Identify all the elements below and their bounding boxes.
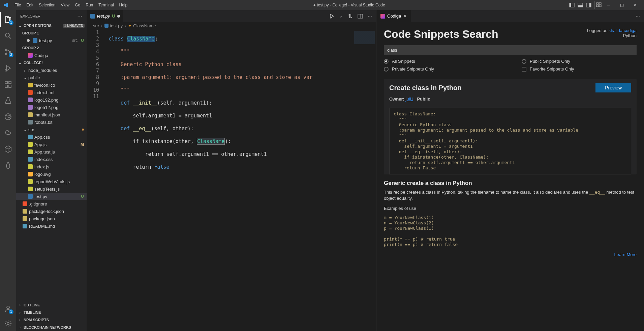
file-item[interactable]: test.pyU [16,193,87,200]
codiga-body: Code Snippets Search Logged as khalidatc… [376,22,644,331]
file-label: test.py [34,194,80,199]
breadcrumb[interactable]: src › test.py › ✦ClassName [87,22,376,29]
file-item[interactable]: App.css [16,133,87,141]
filter-fav[interactable]: Favorite Snippets Only [522,66,574,72]
activity-extensions[interactable] [0,77,16,92]
layout-right-icon[interactable] [585,1,592,9]
activity-testing[interactable] [0,93,16,108]
menu-file[interactable]: File [12,0,24,10]
activity-explorer[interactable]: 1 [0,12,16,27]
panel-more-icon[interactable]: ⋯ [632,10,644,22]
minimize-button[interactable]: ─ [602,0,615,10]
open-editor-codiga[interactable]: Codiga [16,52,87,59]
group-2[interactable]: GROUP 2 [16,44,87,52]
folder-node-modules[interactable]: ›node_modules [16,66,87,74]
open-editors-section[interactable]: ⌄ OPEN EDITORS 1 UNSAVED [16,22,87,29]
filter-private[interactable]: Private Snippets Only [384,66,434,72]
file-icon [28,194,33,199]
file-item[interactable]: index.css [16,156,87,163]
menu-run[interactable]: Run [83,0,96,10]
activity-debug[interactable] [0,61,16,76]
file-item[interactable]: App.test.js [16,148,87,156]
compare-icon[interactable] [347,13,353,19]
file-icon [28,105,33,110]
file-item[interactable]: robots.txt [16,118,87,126]
menu-view[interactable]: View [58,0,72,10]
file-item[interactable]: .gitignore [16,200,87,208]
snippet-title: Create class in Python [389,84,462,92]
explorer-more-icon[interactable]: ⋯ [77,13,83,19]
open-editors-label: OPEN EDITORS [24,24,62,28]
activity-mongo[interactable] [0,158,16,173]
breadcrumb-symbol[interactable]: ✦ClassName [128,23,156,28]
file-item[interactable]: index.html [16,89,87,96]
layout-left-icon[interactable] [568,1,576,9]
panel-outline[interactable]: ›OUTLINE [16,301,87,309]
activity-edge[interactable] [0,109,16,124]
group-1[interactable]: GROUP 1 [16,29,87,37]
panel-timeline[interactable]: ›TIMELINE [16,309,87,316]
open-editor-file[interactable]: test.py src U [16,37,87,44]
menu-terminal[interactable]: Terminal [96,0,116,10]
run-button[interactable] [329,13,334,19]
file-item[interactable]: index.js [16,163,87,170]
breadcrumb-src[interactable]: src [93,23,99,28]
code-content[interactable]: class ClassName: """ Generic Python clas… [105,29,352,331]
close-button[interactable]: ✕ [628,0,642,10]
filter-all[interactable]: All Snippets [384,59,434,64]
split-editor-icon[interactable] [358,13,363,19]
codiga-user-link[interactable]: khalidatcodiga [609,28,637,33]
preview-button[interactable]: Preview [595,83,631,92]
file-item[interactable]: README.md [16,222,87,230]
file-item[interactable]: logo.svg [16,170,87,178]
explorer-title: EXPLORER [20,14,40,18]
activity-share[interactable] [0,126,16,140]
tab-codiga[interactable]: Codiga ✕ [376,10,411,22]
menu-selection[interactable]: Selection [36,0,58,10]
tab-close-icon[interactable]: ✕ [403,13,407,19]
codiga-icon [28,53,33,58]
file-item[interactable]: logo512.png [16,104,87,111]
layout-bottom-icon[interactable] [577,1,584,9]
codiga-search-input[interactable] [384,45,637,55]
menu-help[interactable]: Help [117,0,130,10]
breadcrumb-label: src [93,23,99,28]
menu-edit[interactable]: Edit [24,0,36,10]
run-dropdown[interactable]: ⌄ [339,13,343,19]
explorer-badge: 1 [9,20,13,25]
panel-blockchain[interactable]: ›BLOCKCHAIN NETWORKS [16,324,87,331]
maximize-button[interactable]: ▢ [615,0,628,10]
file-item[interactable]: logo192.png [16,96,87,104]
minimap[interactable] [352,29,376,331]
activity-settings[interactable] [0,316,16,331]
tab-testpy[interactable]: test.py U [87,10,124,22]
activity-scm[interactable]: 3 [0,45,16,59]
folder-public[interactable]: ⌄public [16,74,87,81]
filter-label: Public Snippets Only [530,59,570,64]
file-item[interactable]: favicon.ico [16,81,87,89]
panel-npm[interactable]: ›NPM SCRIPTS [16,316,87,324]
file-item[interactable]: package-lock.json [16,208,87,215]
generic-title: Generic create a class in Python [384,180,637,187]
activity-cube[interactable] [0,142,16,157]
file-item[interactable]: App.jsM [16,141,87,148]
file-item[interactable]: package.json [16,215,87,222]
learn-more-link[interactable]: Learn More [614,252,637,257]
owner-link[interactable]: juli1 [405,96,413,102]
editor-more-icon[interactable]: ⋯ [368,13,372,19]
layout-customize-icon[interactable] [596,2,602,8]
project-section[interactable]: ⌄COLLEGE! [16,59,87,66]
menu-go[interactable]: Go [72,0,83,10]
file-item[interactable]: manifest.json [16,111,87,118]
file-item[interactable]: reportWebVitals.js [16,178,87,185]
activity-accounts[interactable]: 1 [0,301,16,316]
breadcrumb-file[interactable]: test.py [104,23,123,28]
sidebar-explorer: EXPLORER ⋯ ⌄ OPEN EDITORS 1 UNSAVED GROU… [16,10,87,331]
file-item[interactable]: setupTests.js [16,185,87,193]
filter-public[interactable]: Public Snippets Only [522,59,574,64]
folder-src[interactable]: ⌄src [16,126,87,133]
codiga-login-info: Logged as khalidatcodiga Python [587,28,637,38]
activity-search[interactable] [0,28,16,43]
open-editor-foldername: src [72,38,80,43]
code-editor[interactable]: 1234567891011 class ClassName: """ Gener… [87,29,376,331]
